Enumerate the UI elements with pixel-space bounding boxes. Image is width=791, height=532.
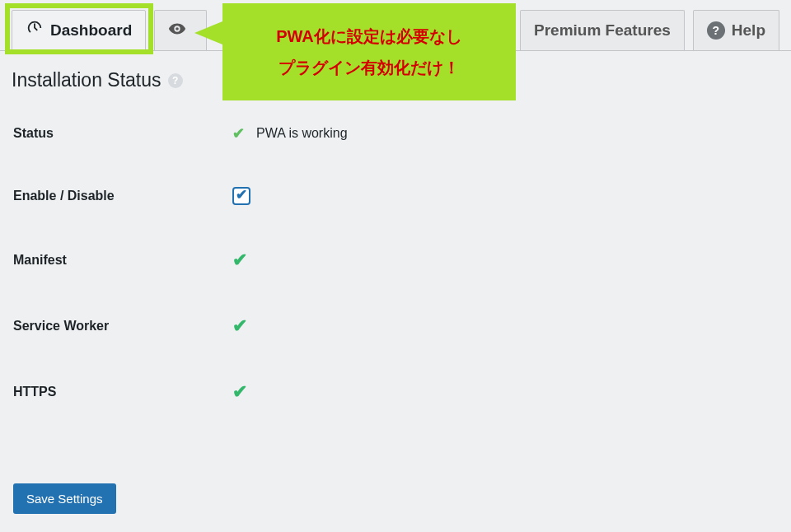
save-settings-button[interactable]: Save Settings: [13, 483, 116, 514]
row-enable: Enable / Disable: [13, 187, 779, 205]
service-worker-label: Service Worker: [13, 319, 232, 334]
manifest-label: Manifest: [13, 253, 232, 268]
callout-line-1: PWA化に設定は必要なし: [239, 21, 499, 52]
row-manifest: Manifest ✔: [13, 250, 779, 271]
help-icon: ?: [707, 21, 725, 40]
status-text: PWA is working: [256, 126, 348, 141]
row-https: HTTPS ✔: [13, 381, 779, 403]
tab-dashboard[interactable]: Dashboard: [12, 10, 146, 50]
check-icon: ✔: [232, 250, 247, 271]
tab-help-label: Help: [732, 21, 765, 40]
status-label: Status: [13, 126, 232, 141]
status-value: ✔ PWA is working: [232, 124, 348, 142]
annotation-callout: PWA化に設定は必要なし プラグイン有効化だけ！: [222, 3, 516, 100]
page-title-text: Installation Status: [12, 69, 161, 91]
https-label: HTTPS: [13, 385, 232, 399]
settings-table: Status ✔ PWA is working Enable / Disable…: [0, 100, 791, 464]
check-icon: ✔: [232, 315, 247, 337]
row-service-worker: Service Worker ✔: [13, 315, 779, 337]
check-icon: ✔: [232, 381, 247, 403]
gauge-icon: [26, 19, 44, 41]
enable-checkbox[interactable]: [232, 187, 250, 205]
tab-premium-label: Premium Features: [534, 21, 671, 40]
tab-dashboard-label: Dashboard: [50, 21, 132, 40]
enable-label: Enable / Disable: [13, 189, 232, 203]
eye-icon: [168, 20, 186, 42]
tab-premium-features[interactable]: Premium Features: [520, 10, 685, 50]
tab-help[interactable]: ? Help: [693, 10, 779, 50]
info-icon[interactable]: ?: [168, 73, 183, 88]
check-icon: ✔: [232, 124, 245, 142]
callout-line-2: プラグイン有効化だけ！: [239, 52, 499, 83]
row-status: Status ✔ PWA is working: [13, 124, 779, 142]
